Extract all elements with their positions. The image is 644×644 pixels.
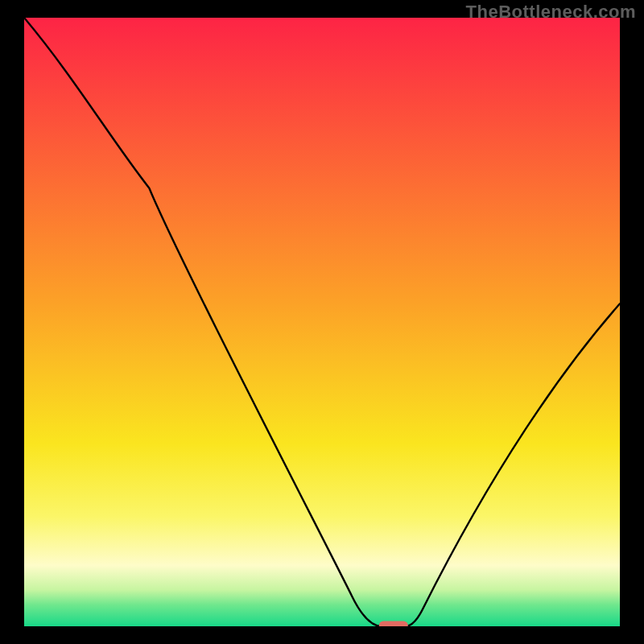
watermark-label: TheBottleneck.com xyxy=(466,2,636,23)
chart-svg xyxy=(24,18,620,626)
chart-root: TheBottleneck.com xyxy=(0,0,644,644)
plot-area xyxy=(24,18,620,626)
optimal-marker xyxy=(379,621,408,627)
